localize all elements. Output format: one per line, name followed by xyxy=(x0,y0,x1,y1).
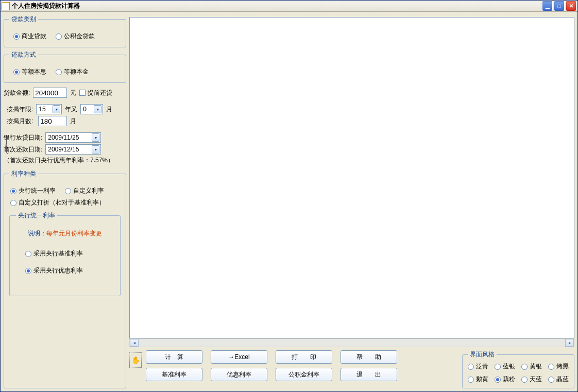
loan-type-commercial-radio[interactable]: 商业贷款 xyxy=(13,32,46,41)
repay-mode-fieldset: 还款方式 等额本息 等额本金 xyxy=(4,50,126,83)
rate-discount-radio[interactable]: 自定义打折（相对于基准利率） xyxy=(10,198,121,207)
amount-input[interactable] xyxy=(33,88,67,98)
term-years-mid: 年又 xyxy=(65,105,77,114)
first-repay-date-picker[interactable]: 2009/12/15▾ xyxy=(45,144,101,155)
result-canvas xyxy=(129,17,574,338)
term-extra-months-select[interactable]: 0▾ xyxy=(80,104,103,114)
theme-fieldset: 界面风格 泛青 蓝银 黄银 烤黑 鹅黄 藕粉 天蓝 晶蓝 xyxy=(462,350,574,388)
theme-oufen-radio[interactable]: 藕粉 xyxy=(495,375,515,384)
brace: { xyxy=(4,133,9,155)
loan-type-commercial-label: 商业贷款 xyxy=(22,32,46,41)
first-repay-row: 首次还款日期: 2009/12/15▾ xyxy=(4,144,126,155)
use-base-rate-radio[interactable]: 采用央行基准利率 xyxy=(25,249,114,258)
theme-legend: 界面风格 xyxy=(468,350,497,359)
button-bar: ✋ 计 算 基准利率 →Excel 优惠利率 打 印 公积金利率 xyxy=(129,350,574,388)
export-excel-button[interactable]: →Excel xyxy=(211,350,267,364)
theme-jinglan-radio[interactable]: 晶蓝 xyxy=(548,375,569,384)
client-area: { 贷款类别 商业贷款 公积金贷款 还款方式 等额本息 等额本金 贷款金额: xyxy=(1,12,577,391)
prepay-checkbox[interactable]: 提前还贷 xyxy=(79,89,112,97)
central-rate-legend: 央行统一利率 xyxy=(16,211,57,220)
chevron-down-icon: ▾ xyxy=(92,133,99,142)
left-panel: 贷款类别 商业贷款 公积金贷款 还款方式 等额本息 等额本金 贷款金额: 元 提… xyxy=(4,15,126,388)
issue-date-label: 银行放贷日期: xyxy=(4,133,42,142)
use-base-rate-label: 采用央行基准利率 xyxy=(33,249,83,258)
chevron-down-icon: ▾ xyxy=(94,105,101,113)
repay-equal-principal-label: 等额本金 xyxy=(64,67,89,76)
app-icon xyxy=(2,2,10,10)
window-title: 个人住房按揭贷款计算器 xyxy=(12,2,541,10)
loan-type-fieldset: 贷款类别 商业贷款 公积金贷款 xyxy=(4,15,126,47)
loan-type-legend: 贷款类别 xyxy=(9,15,38,24)
rate-central-radio[interactable]: 央行统一利率 xyxy=(10,186,56,195)
theme-huangyin-radio[interactable]: 黄银 xyxy=(521,362,542,371)
amount-unit: 元 xyxy=(70,89,76,97)
use-fav-rate-label: 采用央行优惠利率 xyxy=(33,266,83,275)
first-repay-label: 首次还款日期: xyxy=(4,145,42,154)
close-button[interactable]: ✕ xyxy=(566,1,576,11)
theme-tianlan-radio[interactable]: 天蓝 xyxy=(521,375,542,384)
exit-button[interactable]: 退 出 xyxy=(341,368,397,381)
rate-discount-label: 自定义打折（相对于基准利率） xyxy=(19,198,105,207)
rate-custom-label: 自定义利率 xyxy=(73,186,104,195)
theme-ehuang-radio[interactable]: 鹅黄 xyxy=(468,375,488,384)
rate-note-text: （首次还款日央行优惠年利率：7.57%） xyxy=(4,156,114,165)
theme-lanyin-radio[interactable]: 蓝银 xyxy=(495,362,515,371)
chevron-down-icon: ▾ xyxy=(92,145,99,154)
rate-note: （首次还款日央行优惠年利率：7.57%） xyxy=(4,156,126,165)
term-months-unit: 月 xyxy=(106,105,112,114)
horizontal-scrollbar[interactable]: ◂ ▸ xyxy=(129,338,574,347)
rate-type-fieldset: 利率种类 央行统一利率 自定义利率 自定义打折（相对于基准利率） 央行统一利率 … xyxy=(4,169,126,388)
theme-fanqing-radio[interactable]: 泛青 xyxy=(468,362,488,371)
repay-equal-installment-radio[interactable]: 等额本息 xyxy=(13,67,46,76)
term-months-unit2: 月 xyxy=(70,117,76,126)
scroll-left-icon[interactable]: ◂ xyxy=(130,339,139,347)
scroll-right-icon[interactable]: ▸ xyxy=(565,339,574,347)
term-months-label: 按揭月数: xyxy=(7,117,33,126)
base-rate-button[interactable]: 基准利率 xyxy=(146,368,202,381)
term-months-row: 按揭月数: 月 xyxy=(7,116,126,126)
amount-row: 贷款金额: 元 提前还贷 xyxy=(4,88,126,98)
loan-type-gjj-radio[interactable]: 公积金贷款 xyxy=(56,32,95,41)
rate-custom-radio[interactable]: 自定义利率 xyxy=(65,186,104,195)
amount-label: 贷款金额: xyxy=(4,89,30,97)
term-months-input[interactable] xyxy=(38,116,67,126)
repay-mode-legend: 还款方式 xyxy=(9,50,38,59)
repay-equal-installment-label: 等额本息 xyxy=(22,67,46,76)
rate-central-label: 央行统一利率 xyxy=(19,186,56,195)
term-years-label: 按揭年限: xyxy=(7,105,33,114)
prepay-label: 提前还贷 xyxy=(88,89,112,97)
gjj-rate-button[interactable]: 公积金利率 xyxy=(276,368,332,381)
rate-type-legend: 利率种类 xyxy=(9,169,38,178)
issue-date-row: 银行放贷日期: 2009/11/25▾ xyxy=(4,132,126,143)
chevron-down-icon: ▾ xyxy=(53,105,60,113)
right-panel: ◂ ▸ ✋ 计 算 基准利率 →Excel 优惠利率 打 印 公 xyxy=(129,15,574,388)
use-fav-rate-radio[interactable]: 采用央行优惠利率 xyxy=(25,266,114,275)
help-button[interactable]: 帮 助 xyxy=(341,350,397,364)
theme-kaohei-radio[interactable]: 烤黑 xyxy=(548,362,569,371)
central-rate-fieldset: 央行统一利率 说明：每年元月份利率变更 采用央行基准利率 采用央行优惠利率 xyxy=(9,211,121,296)
titlebar: 个人住房按揭贷款计算器 ▁ □ ✕ xyxy=(1,1,577,12)
loan-type-gjj-label: 公积金贷款 xyxy=(64,32,95,41)
maximize-button[interactable]: □ xyxy=(554,1,565,11)
window: 个人住房按揭贷款计算器 ▁ □ ✕ { 贷款类别 商业贷款 公积金贷款 还款方式… xyxy=(0,0,578,392)
minimize-button[interactable]: ▁ xyxy=(542,1,553,11)
calculate-button[interactable]: 计 算 xyxy=(146,350,202,364)
rate-change-note: 说明：每年元月份利率变更 xyxy=(16,229,114,238)
cursor-toggle-button[interactable]: ✋ xyxy=(129,352,142,368)
repay-equal-principal-radio[interactable]: 等额本金 xyxy=(56,67,89,76)
issue-date-picker[interactable]: 2009/11/25▾ xyxy=(45,132,101,143)
term-years-select[interactable]: 15▾ xyxy=(36,104,62,114)
fav-rate-button[interactable]: 优惠利率 xyxy=(211,368,267,381)
print-button[interactable]: 打 印 xyxy=(276,350,332,364)
term-years-row: 按揭年限: 15▾ 年又 0▾ 月 xyxy=(7,104,126,114)
